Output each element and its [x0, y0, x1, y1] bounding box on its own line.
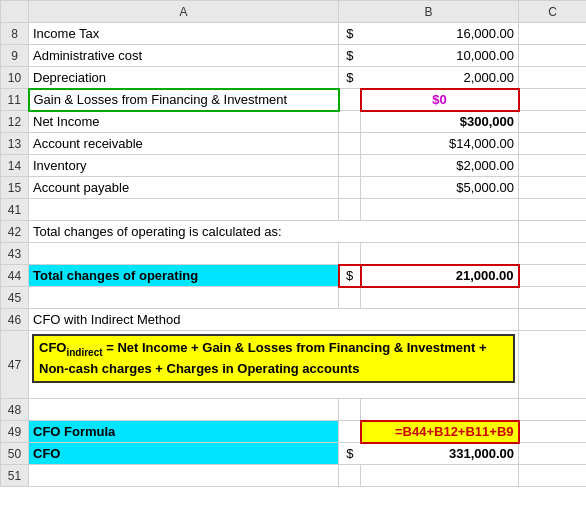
cell-b12-amount[interactable]: $300,000	[361, 111, 519, 133]
table-row: 44 Total changes of operating $ 21,000.0…	[1, 265, 587, 287]
table-row: 50 CFO $ 331,000.00	[1, 443, 587, 465]
cell-b11-dollar	[339, 89, 361, 111]
cell-c13	[519, 133, 586, 155]
corner-header	[1, 1, 29, 23]
spreadsheet: A B C 8 Income Tax $ 16,000.00 9 Adminis…	[0, 0, 586, 511]
cell-b9-amount[interactable]: 10,000.00	[361, 45, 519, 67]
cell-b51-dollar	[339, 465, 361, 487]
cell-a15[interactable]: Account payable	[29, 177, 339, 199]
formula-cfo-label: CFO	[39, 340, 66, 355]
cell-a47-formula: CFOindirect = Net Income + Gain & Losses…	[29, 331, 519, 399]
row-num-49: 49	[1, 421, 29, 443]
cell-b48-amount	[361, 399, 519, 421]
cell-a48	[29, 399, 339, 421]
cell-a43	[29, 243, 339, 265]
cell-b45-dollar	[339, 287, 361, 309]
cell-a14[interactable]: Inventory	[29, 155, 339, 177]
row-num-51: 51	[1, 465, 29, 487]
table-row: 8 Income Tax $ 16,000.00	[1, 23, 587, 45]
col-b-dollar-header: B	[339, 1, 519, 23]
cell-b8-amount[interactable]: 16,000.00	[361, 23, 519, 45]
table-row: 46 CFO with Indirect Method	[1, 309, 587, 331]
row-num-50: 50	[1, 443, 29, 465]
row-num-12: 12	[1, 111, 29, 133]
formula-body: = Net Income + Gain & Losses from Financ…	[39, 340, 487, 376]
cell-b13-dollar	[339, 133, 361, 155]
cell-c50	[519, 443, 586, 465]
cell-a49[interactable]: CFO Formula	[29, 421, 339, 443]
cell-c10	[519, 67, 586, 89]
cell-a13[interactable]: Account receivable	[29, 133, 339, 155]
cell-a8[interactable]: Income Tax	[29, 23, 339, 45]
cell-b51-amount	[361, 465, 519, 487]
cell-a42: Total changes of operating is calculated…	[29, 221, 519, 243]
cell-b13-amount[interactable]: $14,000.00	[361, 133, 519, 155]
cell-b9-dollar: $	[339, 45, 361, 67]
row-num-13: 13	[1, 133, 29, 155]
cell-b41-dollar	[339, 199, 361, 221]
cell-b50-dollar: $	[339, 443, 361, 465]
cell-a10[interactable]: Depreciation	[29, 67, 339, 89]
formula-sub-label: indirect	[66, 347, 102, 358]
cell-b8-dollar: $	[339, 23, 361, 45]
cell-a50[interactable]: CFO	[29, 443, 339, 465]
row-num-15: 15	[1, 177, 29, 199]
cell-c14	[519, 155, 586, 177]
table-row: 11 Gain & Losses from Financing & Invest…	[1, 89, 587, 111]
row-num-8: 8	[1, 23, 29, 45]
table-row: 10 Depreciation $ 2,000.00	[1, 67, 587, 89]
cell-a12[interactable]: Net Income	[29, 111, 339, 133]
cell-b11-amount[interactable]: $0	[361, 89, 519, 111]
table-row: 48	[1, 399, 587, 421]
table-row: 41	[1, 199, 587, 221]
cell-a9[interactable]: Administrative cost	[29, 45, 339, 67]
table-row: 14 Inventory $2,000.00	[1, 155, 587, 177]
table-row: 9 Administrative cost $ 10,000.00	[1, 45, 587, 67]
table-row: 42 Total changes of operating is calcula…	[1, 221, 587, 243]
table-row: 43	[1, 243, 587, 265]
row-num-11: 11	[1, 89, 29, 111]
cell-b41-amount	[361, 199, 519, 221]
row-num-41: 41	[1, 199, 29, 221]
table-row: 49 CFO Formula =B44+B12+B11+B9	[1, 421, 587, 443]
cell-c44	[519, 265, 586, 287]
cell-b44-dollar: $	[339, 265, 361, 287]
cell-b15-amount[interactable]: $5,000.00	[361, 177, 519, 199]
cell-a46: CFO with Indirect Method	[29, 309, 519, 331]
cell-b49-dollar	[339, 421, 361, 443]
table-row: 15 Account payable $5,000.00	[1, 177, 587, 199]
row-num-14: 14	[1, 155, 29, 177]
table-row: 51	[1, 465, 587, 487]
table-row: 12 Net Income $300,000	[1, 111, 587, 133]
cell-c9	[519, 45, 586, 67]
cell-c47	[519, 331, 586, 399]
cell-b14-amount[interactable]: $2,000.00	[361, 155, 519, 177]
col-a-header: A	[29, 1, 339, 23]
table-row: 47 CFOindirect = Net Income + Gain & Los…	[1, 331, 587, 399]
table-row: 45	[1, 287, 587, 309]
cell-b48-dollar	[339, 399, 361, 421]
cell-b45-amount	[361, 287, 519, 309]
cell-a44[interactable]: Total changes of operating	[29, 265, 339, 287]
col-c-header: C	[519, 1, 586, 23]
cell-b44-amount[interactable]: 21,000.00	[361, 265, 519, 287]
row-num-10: 10	[1, 67, 29, 89]
cell-c8	[519, 23, 586, 45]
row-num-43: 43	[1, 243, 29, 265]
row-num-47: 47	[1, 331, 29, 399]
cell-b43-dollar	[339, 243, 361, 265]
cell-c12	[519, 111, 586, 133]
row-num-9: 9	[1, 45, 29, 67]
cell-a11[interactable]: Gain & Losses from Financing & Investmen…	[29, 89, 339, 111]
cell-c51	[519, 465, 586, 487]
cell-c43	[519, 243, 586, 265]
cell-a41	[29, 199, 339, 221]
row-num-48: 48	[1, 399, 29, 421]
cell-b50-amount[interactable]: 331,000.00	[361, 443, 519, 465]
cell-c11	[519, 89, 586, 111]
cell-b43-amount	[361, 243, 519, 265]
cell-b10-amount[interactable]: 2,000.00	[361, 67, 519, 89]
cell-a45	[29, 287, 339, 309]
cell-b49-formula[interactable]: =B44+B12+B11+B9	[361, 421, 519, 443]
cell-c41	[519, 199, 586, 221]
